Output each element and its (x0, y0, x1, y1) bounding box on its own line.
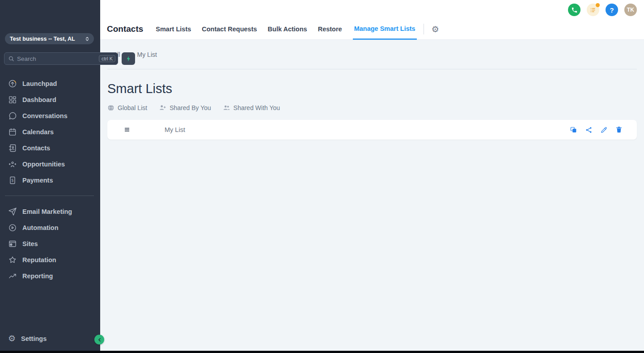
user-plus-icon (159, 104, 166, 111)
sidebar-item-label: Contacts (22, 145, 50, 152)
sidebar-item-label: Reputation (22, 256, 56, 264)
legend-label: Global List (118, 104, 147, 111)
sidebar-item-label: Payments (22, 177, 53, 184)
duplicate-button[interactable] (569, 125, 578, 135)
legend-label: Shared With You (233, 104, 280, 111)
tab-manage-smart-lists[interactable]: Manage Smart Lists (353, 19, 417, 40)
sidebar-item-label: Launchpad (22, 80, 57, 87)
reporting-icon (8, 272, 17, 281)
sidebar-item-label: Conversations (22, 112, 68, 119)
avatar[interactable]: TK (624, 4, 637, 16)
phone-icon (571, 7, 578, 13)
sidebar-item-label: Automation (22, 224, 59, 231)
sidebar-item-label: Dashboard (22, 96, 56, 103)
gear-icon (8, 334, 16, 343)
tab-bar: Contacts Smart Lists Contact Requests Bu… (107, 19, 439, 39)
sidebar-item-email-marketing[interactable]: Email Marketing (0, 204, 100, 220)
search-icon (8, 55, 14, 62)
tab-restore[interactable]: Restore (318, 19, 342, 39)
svg-text:$: $ (11, 178, 14, 183)
dashboard-icon (8, 95, 17, 104)
chevron-left-icon (97, 337, 102, 343)
contacts-icon (8, 144, 17, 153)
sidebar-item-label: Opportunities (22, 161, 65, 168)
smart-list-name: My List (165, 126, 185, 133)
drag-handle-icon[interactable] (123, 126, 131, 133)
app: Test business -- Test, AL ctrl K Launchp… (0, 0, 644, 353)
sidebar-item-reporting[interactable]: Reporting (0, 268, 100, 284)
section-title: Smart Lists (107, 81, 637, 96)
conversations-icon (8, 111, 17, 120)
tabs: Smart Lists Contact Requests Bulk Action… (156, 19, 416, 39)
search-box[interactable]: ctrl K (4, 52, 118, 65)
business-selector-label: Test business -- Test, AL (10, 36, 75, 42)
share-icon (585, 126, 593, 134)
sidebar-item-reputation[interactable]: Reputation (0, 252, 100, 268)
delete-icon (615, 126, 623, 133)
sidebar-nav: Launchpad Dashboard Conversations Calend… (0, 76, 100, 284)
sidebar-item-opportunities[interactable]: Opportunities (0, 156, 100, 172)
users-icon (223, 104, 230, 111)
page-title: Contacts (107, 24, 143, 34)
duplicate-icon (570, 126, 577, 134)
tab-contact-requests[interactable]: Contact Requests (202, 19, 257, 39)
smart-list-row: My List (107, 120, 637, 140)
legend-global-list: Global List (107, 104, 147, 111)
automation-icon (8, 223, 17, 232)
sidebar-item-settings[interactable]: Settings (0, 332, 47, 345)
sidebar-item-sites[interactable]: Sites (0, 236, 100, 252)
payments-icon: $ (8, 176, 17, 185)
sidebar-item-contacts[interactable]: Contacts (0, 140, 100, 156)
legend: Global List Shared By You Shared With Yo… (107, 104, 637, 111)
avatar-initials: TK (627, 7, 635, 13)
main-area: ? TK Contacts Smart Lists Contact Reques… (100, 0, 644, 353)
tab-smart-lists[interactable]: Smart Lists (156, 19, 191, 39)
business-selector[interactable]: Test business -- Test, AL (5, 33, 94, 44)
opportunities-icon (8, 160, 17, 169)
notifications-button[interactable] (587, 4, 599, 16)
sidebar: Test business -- Test, AL ctrl K Launchp… (0, 0, 100, 353)
row-actions (569, 125, 623, 135)
phone-button[interactable] (568, 4, 580, 16)
search-shortcut-badge: ctrl K (99, 55, 115, 62)
notification-badge (596, 3, 600, 7)
content: Smart Lists Global List Shared By You Sh… (100, 69, 644, 353)
lightning-icon (125, 55, 132, 62)
sidebar-collapse-button[interactable] (94, 335, 104, 344)
sidebar-item-label: Reporting (22, 272, 53, 280)
sidebar-item-calendars[interactable]: Calendars (0, 124, 100, 140)
help-button[interactable]: ? (606, 4, 618, 16)
email-marketing-icon (8, 207, 17, 216)
sidebar-item-conversations[interactable]: Conversations (0, 108, 100, 124)
search-input[interactable] (17, 55, 96, 62)
contacts-settings-gear-icon[interactable] (432, 25, 439, 34)
legend-label: Shared By You (169, 104, 211, 111)
sidebar-item-launchpad[interactable]: Launchpad (0, 76, 100, 92)
task-list-icon (590, 7, 597, 13)
sidebar-divider (5, 196, 94, 196)
edit-icon (600, 126, 608, 134)
subtab-bar: All My List (100, 40, 644, 69)
sites-icon (8, 239, 17, 248)
sidebar-item-payments[interactable]: $ Payments (0, 172, 100, 188)
quick-actions-button[interactable] (122, 52, 135, 65)
settings-label: Settings (21, 335, 47, 342)
tab-divider (424, 24, 424, 34)
sidebar-item-dashboard[interactable]: Dashboard (0, 92, 100, 108)
sidebar-item-automation[interactable]: Automation (0, 220, 100, 236)
legend-shared-with-you: Shared With You (223, 104, 280, 111)
reputation-icon (8, 255, 17, 264)
tab-bulk-actions[interactable]: Bulk Actions (268, 19, 307, 39)
legend-shared-by-you: Shared By You (159, 104, 211, 111)
edit-button[interactable] (599, 125, 609, 135)
topbar: ? TK Contacts Smart Lists Contact Reques… (100, 0, 644, 40)
sidebar-item-label: Calendars (22, 128, 54, 136)
search-row: ctrl K (4, 52, 97, 65)
unfold-icon (85, 36, 90, 42)
share-button[interactable] (584, 125, 593, 135)
subtab-my-list[interactable]: My List (137, 51, 157, 58)
launchpad-icon (8, 79, 17, 88)
delete-button[interactable] (614, 125, 623, 134)
topbar-icons: ? TK (568, 4, 637, 16)
window-bottom-edge (0, 351, 644, 353)
